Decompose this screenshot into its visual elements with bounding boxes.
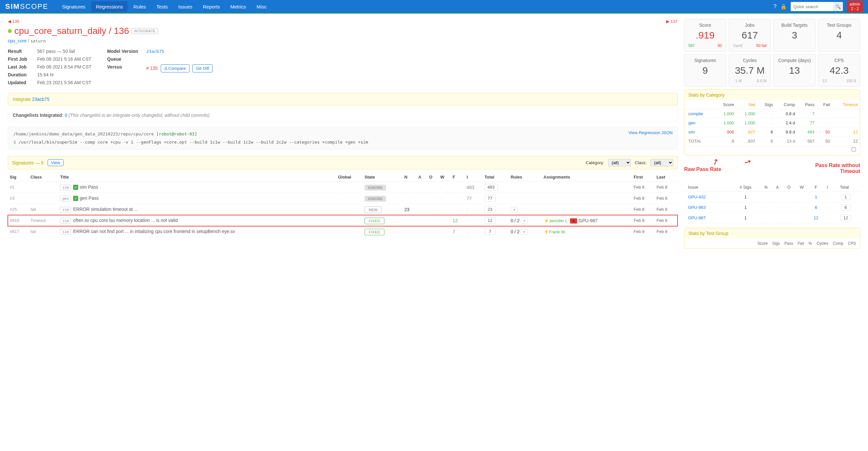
stat-card-cps[interactable]: CPS42.313150.9: [818, 54, 860, 87]
page-title: cpu_core_saturn_daily / 136 INTEGRATE: [8, 26, 678, 36]
stat-card-jobs[interactable]: Jobs617Gantt50 fail: [729, 19, 771, 52]
stats-by-category: Stats by Category ScoreNetSigsCompPassFa…: [684, 89, 860, 156]
nav-signatures[interactable]: Signatures: [57, 1, 90, 12]
annotations: ➚ Raw Pass Rate ➚ Pass Rate without Time…: [684, 160, 860, 183]
changelist-info: Changelists Integrated: 0 (This changeli…: [8, 109, 678, 121]
signature-row[interactable]: #817failsimERROR can not find port ... i…: [8, 226, 678, 237]
changelist-count[interactable]: 0: [65, 113, 67, 118]
gitdiff-button[interactable]: Git Diff: [192, 64, 213, 73]
lock-icon[interactable]: 🔒: [780, 4, 787, 10]
next-link[interactable]: ▶ 137: [666, 19, 678, 24]
brand-logo: SIMSCOPE: [5, 2, 48, 11]
search-button[interactable]: 🔍: [833, 2, 843, 11]
signature-row[interactable]: #818Timeoutsimoften.sv cpu core lsu memo…: [8, 215, 678, 226]
integrate-tag: INTEGRATE: [132, 28, 158, 34]
signature-row[interactable]: #25failsimERROR simulation timeout at ..…: [8, 204, 678, 215]
cat-gen[interactable]: gen: [688, 120, 695, 125]
help-icon[interactable]: ?: [773, 4, 776, 9]
breadcrumb-root[interactable]: cpu_core: [8, 38, 27, 44]
signature-row[interactable]: #3gen✓gen Pass.IGNORE·····7777 Feb 8Feb …: [8, 193, 678, 204]
meta-left: Result567 pass — 50 failFirst JobFeb 08 …: [8, 49, 92, 88]
stat-card-score[interactable]: Score.91956750: [684, 19, 726, 52]
versus-link[interactable]: # 135: [146, 65, 158, 71]
cat-compile[interactable]: compile: [688, 111, 703, 116]
signature-row[interactable]: #1sim✓sim Pass.IGNORE·····483483 Feb 8Fe…: [8, 182, 678, 193]
status-dot-icon: [8, 29, 12, 33]
add-rule-button[interactable]: +: [521, 218, 528, 224]
cat-sim[interactable]: sim: [688, 130, 695, 135]
breadcrumb: cpu_core / saturn: [8, 38, 678, 44]
stat-card-signatures[interactable]: Signatures9: [684, 54, 726, 87]
prev-link[interactable]: ◀ 135: [8, 19, 19, 24]
nav-misc[interactable]: Misc: [252, 1, 271, 12]
add-rule-button[interactable]: +: [510, 207, 518, 213]
breadcrumb-leaf: saturn: [30, 38, 45, 44]
nav-rules[interactable]: Rules: [129, 1, 150, 12]
issue-row[interactable]: GPU-9871····12·12: [684, 213, 860, 223]
nav-reports[interactable]: Reports: [198, 1, 225, 12]
nav-links: SignaturesRegressionsRulesTestsIssuesRep…: [57, 1, 271, 12]
top-nav: SIMSCOPE SignaturesRegressionsRulesTests…: [0, 0, 868, 14]
nav-metrics[interactable]: Metrics: [226, 1, 251, 12]
nav-tests[interactable]: Tests: [152, 1, 173, 12]
category-select[interactable]: (all): [608, 159, 631, 166]
timeout-checkbox[interactable]: [852, 147, 856, 151]
command-box: View Regression JSON /home/jenkins/demo_…: [8, 126, 678, 149]
stat-card-test-groups[interactable]: Test Groups4: [818, 19, 860, 52]
stats-by-test-group: Stats by Test Group ScoreSigsPassFail%Cy…: [684, 228, 860, 249]
integrate-hash-link[interactable]: 23acb75: [32, 96, 50, 102]
stat-card-cycles[interactable]: Cycles35.7 M· 1 M8.9 M: [729, 54, 771, 87]
quick-search-input[interactable]: [791, 2, 833, 11]
meta-right: Model Version23acb75 Queue Versus # 135 …: [107, 49, 213, 88]
compare-button[interactable]: Δ Compare: [161, 64, 189, 73]
nav-regressions[interactable]: Regressions: [91, 1, 127, 12]
admin-badge[interactable]: admin2 - 2: [847, 1, 863, 13]
prev-next-nav: ◀ 135 ▶ 137: [8, 19, 678, 24]
view-regression-json-link[interactable]: View Regression JSON: [628, 130, 673, 135]
signatures-header: Signatures — 9 View Category: (all) Clas…: [8, 156, 678, 169]
add-rule-button[interactable]: +: [521, 229, 528, 235]
class-select[interactable]: (all): [651, 159, 673, 166]
signatures-table: SigClassTitleGlobalStateNAOWFITotalRules…: [8, 173, 678, 237]
signatures-view-button[interactable]: View: [48, 159, 64, 166]
nav-issues[interactable]: Issues: [174, 1, 197, 12]
issue-row[interactable]: GPU-4321····1·1: [684, 192, 860, 202]
issues-box: Issue# SigsNAOWFITotal GPU-4321····1·1GP…: [684, 183, 860, 223]
stat-card-build-targets[interactable]: Build Targets3: [773, 19, 815, 52]
stat-cards-top: Score.91956750Jobs617Gantt50 failBuild T…: [684, 19, 860, 52]
model-version-link[interactable]: 23acb75: [146, 49, 164, 54]
stat-cards-bottom: Signatures9Cycles35.7 M· 1 M8.9 MCompute…: [684, 54, 860, 87]
integrate-banner: Integrate 23acb75: [8, 93, 678, 105]
issue-row[interactable]: GPU-9831····6·6: [684, 202, 860, 213]
stat-card-compute-days-[interactable]: Compute (days)13: [773, 54, 815, 87]
